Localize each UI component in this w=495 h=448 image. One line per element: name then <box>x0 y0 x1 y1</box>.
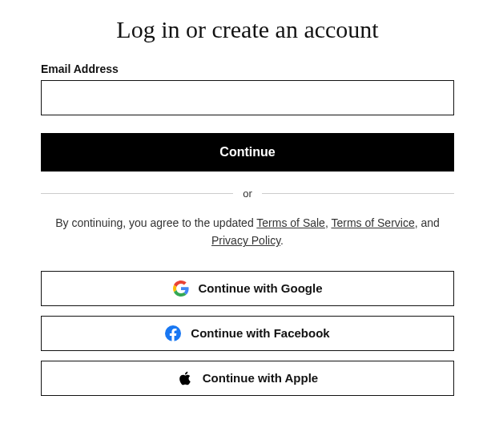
continue-with-google-button[interactable]: Continue with Google <box>41 271 454 306</box>
terms-prefix: By continuing, you agree to the updated <box>55 216 256 229</box>
privacy-policy-link[interactable]: Privacy Policy <box>211 234 280 247</box>
continue-button[interactable]: Continue <box>41 133 454 172</box>
login-form: Log in or create an account Email Addres… <box>28 16 467 396</box>
terms-of-sale-link[interactable]: Terms of Sale <box>256 216 325 229</box>
continue-with-apple-button[interactable]: Continue with Apple <box>41 361 454 396</box>
email-field[interactable] <box>41 80 454 115</box>
continue-with-facebook-button[interactable]: Continue with Facebook <box>41 316 454 351</box>
facebook-button-label: Continue with Facebook <box>191 326 329 340</box>
email-label: Email Address <box>41 63 454 75</box>
google-icon <box>173 281 189 297</box>
facebook-icon <box>165 325 181 341</box>
apple-icon <box>177 370 193 386</box>
terms-text: By continuing, you agree to the updated … <box>41 214 454 250</box>
terms-of-service-link[interactable]: Terms of Service <box>331 216 414 229</box>
divider: or <box>41 188 454 200</box>
divider-text: or <box>233 188 262 200</box>
apple-button-label: Continue with Apple <box>203 371 318 385</box>
google-button-label: Continue with Google <box>199 281 323 295</box>
terms-sep2: , and <box>415 216 440 229</box>
terms-suffix: . <box>280 234 284 247</box>
page-title: Log in or create an account <box>41 16 454 43</box>
